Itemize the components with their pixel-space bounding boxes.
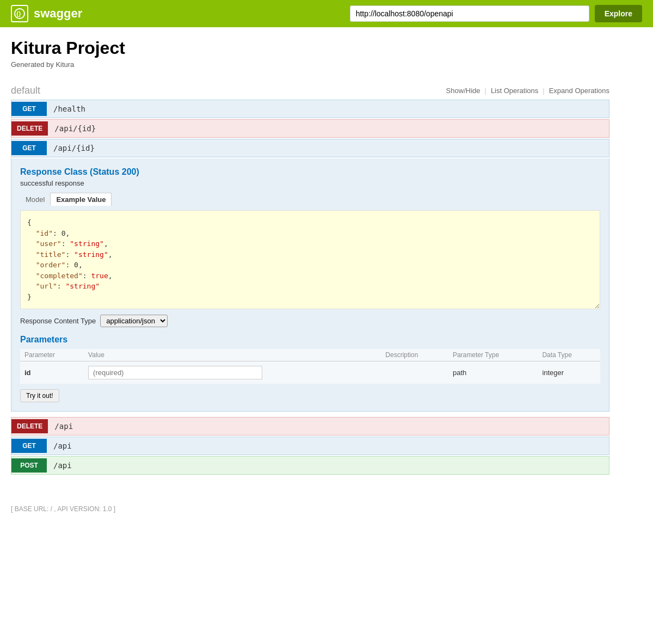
swagger-icon: {} — [11, 5, 28, 22]
list-operations-link[interactable]: List Operations — [491, 87, 538, 95]
json-close-brace: } — [27, 293, 32, 301]
method-badge-get: GET — [11, 102, 47, 116]
json-val-user: "string" — [70, 240, 104, 248]
response-class-desc: successful response — [20, 179, 600, 187]
json-key-id: "id" — [36, 229, 53, 237]
param-datatype-id: integer — [538, 361, 600, 384]
op-path-post-api: /api — [47, 457, 78, 474]
op-path-health: /health — [47, 100, 92, 118]
params-table-head: Parameter Value Description Parameter Ty… — [20, 349, 600, 361]
tab-example-value[interactable]: Example Value — [50, 193, 112, 206]
op-path-delete-api-id: /api/{id} — [48, 120, 102, 137]
sep1: | — [484, 87, 486, 95]
th-parameter: Parameter — [20, 349, 84, 361]
op-expanded-get-api-id: Response Class (Status 200) successful r… — [11, 158, 609, 412]
response-class-title: Response Class (Status 200) — [20, 167, 600, 177]
response-content-type-label: Response Content Type — [20, 317, 96, 325]
footer: [ BASE URL: / , API VERSION: 1.0 ] — [0, 496, 653, 522]
json-key-order: "order" — [36, 261, 66, 269]
sep2: | — [543, 87, 544, 95]
th-description: Description — [381, 349, 448, 361]
op-row-get-api[interactable]: GET /api — [11, 437, 609, 455]
try-it-out-button[interactable]: Try it out! — [20, 389, 59, 402]
method-badge-delete2: DELETE — [11, 419, 48, 433]
show-hide-link[interactable]: Show/Hide — [446, 87, 480, 95]
params-table: Parameter Value Description Parameter Ty… — [20, 349, 600, 384]
op-path-get-api: /api — [47, 437, 78, 455]
api-section-default: default Show/Hide | List Operations | Ex… — [11, 85, 609, 475]
params-title: Parameters — [20, 335, 600, 345]
url-input[interactable] — [350, 5, 589, 22]
json-key-user: "user" — [36, 240, 61, 248]
method-badge-delete: DELETE — [11, 121, 48, 136]
json-key-title: "title" — [36, 250, 66, 259]
op-row-delete-api-id[interactable]: DELETE /api/{id} — [11, 119, 609, 138]
json-val-completed: true — [91, 272, 108, 280]
th-value: Value — [84, 349, 381, 361]
json-val-title: "string" — [74, 250, 108, 259]
json-val-id: 0 — [61, 229, 66, 237]
op-row-get-api-id[interactable]: GET /api/{id} — [11, 139, 609, 157]
param-value-cell — [84, 361, 381, 384]
method-badge-get2: GET — [11, 141, 47, 155]
svg-text:{}: {} — [16, 10, 21, 17]
op-row-post-api[interactable]: POST /api — [11, 456, 609, 475]
expand-operations-link[interactable]: Expand Operations — [549, 87, 609, 95]
params-table-body: id path integer — [20, 361, 600, 384]
json-key-url: "url" — [36, 282, 57, 290]
model-tabs: Model Example Value — [20, 193, 600, 206]
method-badge-post: POST — [11, 458, 47, 473]
op-row-get-health[interactable]: GET /health — [11, 100, 609, 118]
table-row: id path integer — [20, 361, 600, 384]
th-param-type: Parameter Type — [448, 349, 538, 361]
url-bar-container — [350, 5, 589, 22]
project-title: Kitura Project — [11, 38, 609, 58]
json-val-order: 0 — [74, 261, 78, 269]
params-header-row: Parameter Value Description Parameter Ty… — [20, 349, 600, 361]
op-path-get-api-id: /api/{id} — [47, 139, 101, 157]
main-content: Kitura Project Generated by Kitura defau… — [0, 27, 620, 496]
param-description-id — [381, 361, 448, 384]
response-content-type-row: Response Content Type application/json — [20, 315, 600, 327]
response-content-type-select[interactable]: application/json — [100, 315, 168, 327]
param-type-id: path — [448, 361, 538, 384]
footer-text: [ BASE URL: / , API VERSION: 1.0 ] — [11, 505, 115, 513]
section-name: default — [11, 85, 40, 96]
param-id-input[interactable] — [88, 366, 262, 379]
th-data-type: Data Type — [538, 349, 600, 361]
explore-button[interactable]: Explore — [595, 5, 642, 22]
json-example-block: { "id": 0, "user": "string", "title": "s… — [20, 210, 600, 309]
method-badge-get3: GET — [11, 439, 47, 453]
logo-area: {} swagger — [11, 5, 350, 22]
json-key-completed: "completed" — [36, 272, 83, 280]
op-path-delete-api: /api — [48, 418, 79, 435]
tab-model[interactable]: Model — [20, 193, 50, 206]
section-header: default Show/Hide | List Operations | Ex… — [11, 85, 609, 96]
op-row-delete-api[interactable]: DELETE /api — [11, 417, 609, 436]
swagger-logo-text: swagger — [34, 7, 82, 21]
json-open-brace: { — [27, 218, 32, 226]
project-subtitle: Generated by Kitura — [11, 60, 609, 69]
section-actions: Show/Hide | List Operations | Expand Ope… — [446, 87, 609, 95]
param-name-id: id — [20, 361, 84, 384]
header: {} swagger Explore — [0, 0, 653, 27]
json-val-url: "string" — [65, 282, 100, 290]
